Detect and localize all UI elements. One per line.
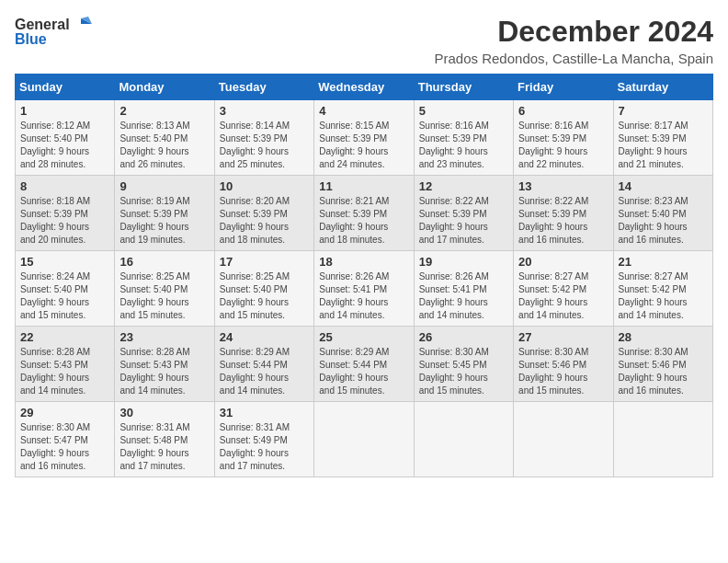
day-number: 11 — [319, 179, 408, 193]
day-number: 12 — [419, 179, 508, 193]
calendar-cell: 17Sunrise: 8:25 AMSunset: 5:40 PMDayligh… — [214, 251, 313, 327]
title-block: December 2024 Prados Redondos, Castille-… — [434, 15, 713, 66]
calendar-cell: 5Sunrise: 8:16 AMSunset: 5:39 PMDaylight… — [414, 100, 513, 176]
header-day-tuesday: Tuesday — [214, 75, 313, 100]
day-content: Sunrise: 8:19 AMSunset: 5:39 PMDaylight:… — [119, 195, 209, 247]
calendar-cell: 12Sunrise: 8:22 AMSunset: 5:39 PMDayligh… — [414, 176, 513, 251]
day-content: Sunrise: 8:12 AMSunset: 5:40 PMDaylight:… — [20, 120, 109, 171]
day-number: 13 — [518, 179, 608, 193]
calendar-cell: 11Sunrise: 8:21 AMSunset: 5:39 PMDayligh… — [314, 176, 414, 251]
logo-text-block: General Blue — [15, 15, 92, 48]
day-content: Sunrise: 8:31 AMSunset: 5:48 PMDaylight:… — [119, 421, 209, 473]
day-number: 29 — [20, 406, 109, 419]
day-content: Sunrise: 8:17 AMSunset: 5:39 PMDaylight:… — [619, 120, 708, 171]
day-content: Sunrise: 8:14 AMSunset: 5:39 PMDaylight:… — [220, 120, 309, 171]
calendar-cell: 31Sunrise: 8:31 AMSunset: 5:49 PMDayligh… — [214, 402, 313, 477]
day-content: Sunrise: 8:29 AMSunset: 5:44 PMDaylight:… — [220, 346, 309, 397]
calendar-cell: 29Sunrise: 8:30 AMSunset: 5:47 PMDayligh… — [16, 402, 115, 477]
day-content: Sunrise: 8:22 AMSunset: 5:39 PMDaylight:… — [419, 195, 508, 247]
calendar-cell: 21Sunrise: 8:27 AMSunset: 5:42 PMDayligh… — [613, 251, 712, 327]
day-number: 31 — [220, 406, 309, 419]
day-content: Sunrise: 8:27 AMSunset: 5:42 PMDaylight:… — [518, 270, 608, 322]
header-day-sunday: Sunday — [16, 75, 115, 100]
header-day-wednesday: Wednesday — [314, 75, 414, 100]
calendar-cell — [414, 402, 513, 477]
header-day-thursday: Thursday — [414, 75, 513, 100]
day-number: 10 — [220, 179, 309, 193]
calendar-cell: 19Sunrise: 8:26 AMSunset: 5:41 PMDayligh… — [414, 251, 513, 327]
calendar-cell: 16Sunrise: 8:25 AMSunset: 5:40 PMDayligh… — [115, 251, 214, 327]
day-number: 30 — [119, 406, 209, 419]
calendar-header-row: SundayMondayTuesdayWednesdayThursdayFrid… — [16, 75, 713, 100]
calendar-cell: 14Sunrise: 8:23 AMSunset: 5:40 PMDayligh… — [613, 176, 712, 251]
day-number: 15 — [20, 255, 109, 269]
calendar-cell: 26Sunrise: 8:30 AMSunset: 5:45 PMDayligh… — [414, 327, 513, 402]
day-content: Sunrise: 8:31 AMSunset: 5:49 PMDaylight:… — [220, 421, 309, 473]
calendar-cell: 3Sunrise: 8:14 AMSunset: 5:39 PMDaylight… — [214, 100, 313, 176]
day-content: Sunrise: 8:28 AMSunset: 5:43 PMDaylight:… — [119, 346, 209, 397]
day-content: Sunrise: 8:20 AMSunset: 5:39 PMDaylight:… — [220, 195, 309, 247]
day-content: Sunrise: 8:25 AMSunset: 5:40 PMDaylight:… — [220, 270, 309, 322]
day-number: 27 — [518, 330, 608, 344]
day-content: Sunrise: 8:30 AMSunset: 5:47 PMDaylight:… — [20, 421, 109, 473]
day-number: 3 — [220, 104, 309, 118]
day-content: Sunrise: 8:16 AMSunset: 5:39 PMDaylight:… — [419, 120, 508, 171]
day-number: 24 — [220, 330, 309, 344]
day-content: Sunrise: 8:26 AMSunset: 5:41 PMDaylight:… — [319, 270, 408, 322]
day-number: 26 — [419, 330, 508, 344]
calendar-cell: 4Sunrise: 8:15 AMSunset: 5:39 PMDaylight… — [314, 100, 414, 176]
calendar-cell: 6Sunrise: 8:16 AMSunset: 5:39 PMDaylight… — [514, 100, 613, 176]
day-content: Sunrise: 8:27 AMSunset: 5:42 PMDaylight:… — [619, 270, 708, 322]
day-number: 4 — [319, 104, 408, 118]
day-content: Sunrise: 8:23 AMSunset: 5:40 PMDaylight:… — [619, 195, 708, 247]
logo: General Blue — [15, 15, 92, 48]
calendar-cell: 18Sunrise: 8:26 AMSunset: 5:41 PMDayligh… — [314, 251, 414, 327]
day-content: Sunrise: 8:29 AMSunset: 5:44 PMDaylight:… — [319, 346, 408, 397]
calendar-week-row: 8Sunrise: 8:18 AMSunset: 5:39 PMDaylight… — [16, 176, 713, 251]
day-content: Sunrise: 8:18 AMSunset: 5:39 PMDaylight:… — [20, 195, 109, 247]
calendar-cell: 9Sunrise: 8:19 AMSunset: 5:39 PMDaylight… — [115, 176, 214, 251]
day-number: 19 — [419, 255, 508, 269]
day-content: Sunrise: 8:16 AMSunset: 5:39 PMDaylight:… — [518, 120, 608, 171]
calendar-cell: 1Sunrise: 8:12 AMSunset: 5:40 PMDaylight… — [16, 100, 115, 176]
calendar-week-row: 29Sunrise: 8:30 AMSunset: 5:47 PMDayligh… — [16, 402, 713, 477]
day-number: 20 — [518, 255, 608, 269]
day-content: Sunrise: 8:21 AMSunset: 5:39 PMDaylight:… — [319, 195, 408, 247]
day-number: 9 — [119, 179, 209, 193]
calendar-cell — [514, 402, 613, 477]
day-content: Sunrise: 8:30 AMSunset: 5:46 PMDaylight:… — [619, 346, 708, 397]
page-header: General Blue December 2024 Prados Redond… — [15, 15, 713, 66]
day-number: 16 — [119, 255, 209, 269]
calendar-cell: 8Sunrise: 8:18 AMSunset: 5:39 PMDaylight… — [16, 176, 115, 251]
day-content: Sunrise: 8:22 AMSunset: 5:39 PMDaylight:… — [518, 195, 608, 247]
calendar-cell: 20Sunrise: 8:27 AMSunset: 5:42 PMDayligh… — [514, 251, 613, 327]
calendar-cell: 7Sunrise: 8:17 AMSunset: 5:39 PMDaylight… — [613, 100, 712, 176]
day-content: Sunrise: 8:15 AMSunset: 5:39 PMDaylight:… — [319, 120, 408, 171]
day-number: 18 — [319, 255, 408, 269]
day-number: 5 — [419, 104, 508, 118]
day-content: Sunrise: 8:24 AMSunset: 5:40 PMDaylight:… — [20, 270, 109, 322]
day-number: 17 — [220, 255, 309, 269]
day-content: Sunrise: 8:28 AMSunset: 5:43 PMDaylight:… — [20, 346, 109, 397]
day-number: 28 — [619, 330, 708, 344]
calendar-cell: 28Sunrise: 8:30 AMSunset: 5:46 PMDayligh… — [613, 327, 712, 402]
logo-bird-icon — [72, 15, 92, 35]
calendar-table: SundayMondayTuesdayWednesdayThursdayFrid… — [15, 74, 713, 477]
day-content: Sunrise: 8:30 AMSunset: 5:45 PMDaylight:… — [419, 346, 508, 397]
calendar-cell — [314, 402, 414, 477]
header-day-saturday: Saturday — [613, 75, 712, 100]
calendar-cell: 15Sunrise: 8:24 AMSunset: 5:40 PMDayligh… — [16, 251, 115, 327]
calendar-week-row: 15Sunrise: 8:24 AMSunset: 5:40 PMDayligh… — [16, 251, 713, 327]
day-number: 8 — [20, 179, 109, 193]
calendar-cell: 10Sunrise: 8:20 AMSunset: 5:39 PMDayligh… — [214, 176, 313, 251]
page-title: December 2024 — [434, 15, 713, 49]
day-number: 14 — [619, 179, 708, 193]
header-day-monday: Monday — [115, 75, 214, 100]
day-number: 7 — [619, 104, 708, 118]
calendar-cell: 2Sunrise: 8:13 AMSunset: 5:40 PMDaylight… — [115, 100, 214, 176]
day-number: 21 — [619, 255, 708, 269]
day-number: 6 — [518, 104, 608, 118]
calendar-cell: 23Sunrise: 8:28 AMSunset: 5:43 PMDayligh… — [115, 327, 214, 402]
page-subtitle: Prados Redondos, Castille-La Mancha, Spa… — [434, 51, 713, 66]
day-number: 2 — [119, 104, 209, 118]
